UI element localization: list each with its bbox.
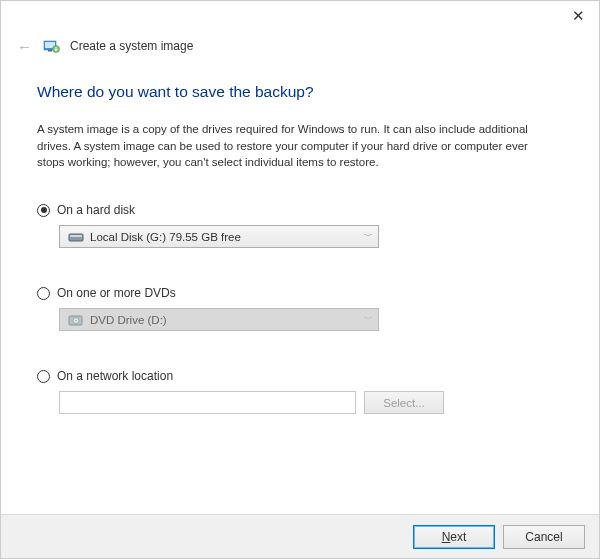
dvd-value: DVD Drive (D:): [90, 314, 358, 326]
radio-dvd-label: On one or more DVDs: [57, 286, 176, 300]
dvd-dropdown[interactable]: DVD Drive (D:) ﹀: [59, 308, 379, 331]
next-button-label: Next: [442, 530, 467, 544]
select-network-button[interactable]: Select...: [364, 391, 444, 414]
svg-point-6: [80, 238, 82, 240]
option-network: On a network location Select...: [37, 369, 563, 414]
network-path-input[interactable]: [59, 391, 356, 414]
radio-dvd[interactable]: [37, 287, 50, 300]
hard-disk-value: Local Disk (G:) 79.55 GB free: [90, 231, 358, 243]
option-dvd: On one or more DVDs DVD Drive (D:) ﹀: [37, 286, 563, 331]
radio-network-label: On a network location: [57, 369, 173, 383]
radio-hard-disk[interactable]: [37, 204, 50, 217]
dvd-drive-icon: [68, 313, 84, 327]
page-description: A system image is a copy of the drives r…: [37, 121, 557, 171]
hard-disk-dropdown[interactable]: Local Disk (G:) 79.55 GB free ﹀: [59, 225, 379, 248]
cancel-button-label: Cancel: [525, 530, 562, 544]
radio-hard-disk-label: On a hard disk: [57, 203, 135, 217]
close-button[interactable]: ✕: [572, 7, 585, 25]
next-button[interactable]: Next: [413, 525, 495, 549]
titlebar: ← Create a system image: [17, 37, 193, 55]
page-heading: Where do you want to save the backup?: [37, 83, 563, 101]
content-area: Where do you want to save the backup? A …: [37, 83, 563, 452]
option-hard-disk: On a hard disk Local Disk (G:) 79.55 GB …: [37, 203, 563, 248]
window-title: Create a system image: [70, 39, 193, 53]
radio-network[interactable]: [37, 370, 50, 383]
svg-rect-5: [70, 235, 82, 237]
cancel-button[interactable]: Cancel: [503, 525, 585, 549]
footer: Next Cancel: [1, 514, 599, 558]
svg-point-9: [75, 319, 77, 321]
hard-disk-icon: [68, 230, 84, 244]
system-image-icon: [42, 37, 60, 55]
back-arrow-icon[interactable]: ←: [17, 39, 32, 54]
svg-rect-2: [48, 50, 52, 52]
chevron-down-icon: ﹀: [358, 230, 378, 243]
chevron-down-icon: ﹀: [358, 313, 378, 326]
